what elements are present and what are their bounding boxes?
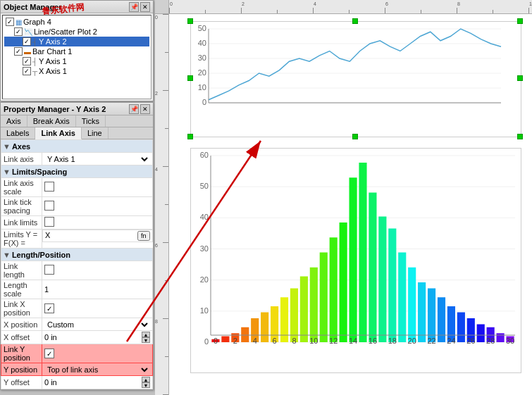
prop-panel-controls: 📌 ✕: [129, 104, 150, 114]
prop-pin-icon[interactable]: 📌: [129, 104, 139, 114]
link-tick-spacing-checkbox[interactable]: [44, 201, 54, 211]
handle-bl[interactable]: [187, 134, 193, 139]
prop-value[interactable]: [42, 216, 153, 230]
tree-checkbox-yaxis1[interactable]: [23, 57, 31, 65]
tree-item-graph4[interactable]: ▦ Graph 4: [4, 17, 149, 27]
prop-row-limits-fn: Limits Y = F(X) = X fn: [1, 230, 153, 249]
prop-value[interactable]: ▲▼: [42, 331, 153, 344]
svg-text:40: 40: [198, 39, 206, 47]
tab-line[interactable]: Line: [82, 127, 109, 139]
tab-labels[interactable]: Labels: [1, 127, 35, 139]
chart-content: 01020304050 0102030405060024681012141618…: [169, 14, 532, 395]
x-position-dropdown[interactable]: Custom: [44, 320, 150, 330]
handle-bc[interactable]: [352, 134, 358, 139]
prop-row-link-tick-spacing: Link tick spacing: [1, 197, 153, 216]
y-offset-down[interactable]: ▼: [142, 382, 150, 388]
prop-value[interactable]: [42, 280, 153, 299]
svg-text:28: 28: [486, 337, 495, 345]
tree-checkbox-barchart1[interactable]: [14, 47, 23, 56]
svg-text:40: 40: [200, 213, 209, 221]
prop-tabs-row1: Axis Break Axis Ticks: [1, 115, 153, 127]
length-position-icon: ▼: [3, 251, 11, 259]
handle-ml[interactable]: [187, 75, 193, 81]
svg-rect-38: [310, 268, 318, 342]
svg-text:6: 6: [273, 337, 277, 345]
tree-checkbox-yaxis2[interactable]: [23, 37, 31, 46]
prop-row-x-position: X position Custom: [1, 318, 153, 331]
tree-checkbox-graph4[interactable]: [6, 18, 14, 26]
tab-ticks[interactable]: Ticks: [76, 115, 106, 127]
svg-rect-50: [428, 289, 435, 343]
prop-value[interactable]: [42, 299, 153, 318]
svg-rect-47: [398, 253, 406, 343]
link-y-position-checkbox[interactable]: [44, 349, 54, 358]
tab-break-axis[interactable]: Break Axis: [27, 115, 76, 127]
length-scale-input[interactable]: [44, 285, 150, 294]
prop-value[interactable]: [42, 261, 153, 280]
property-manager-titlebar: Property Manager - Y Axis 2 📌 ✕: [1, 103, 153, 115]
svg-text:50: 50: [198, 24, 206, 32]
close-icon[interactable]: ✕: [140, 2, 150, 12]
svg-text:10: 10: [309, 337, 318, 345]
x-offset-up[interactable]: ▲: [142, 332, 150, 337]
tree-item-yaxis2[interactable]: ┤ Y Axis 2: [4, 37, 149, 46]
handle-tl[interactable]: [187, 18, 193, 24]
handle-tr[interactable]: [517, 18, 523, 24]
tab-axis[interactable]: Axis: [1, 115, 27, 127]
prop-row-link-x-position: Link X position: [1, 299, 153, 318]
y-offset-input[interactable]: [44, 378, 142, 387]
handle-br[interactable]: [517, 134, 523, 139]
prop-value[interactable]: [42, 197, 153, 216]
prop-value[interactable]: ▲▼: [42, 376, 153, 389]
tree-label-yaxis1: Y Axis 1: [39, 57, 67, 65]
tree-checkbox-linescatter[interactable]: [14, 27, 23, 36]
prop-row-link-y-position: Link Y position: [1, 344, 153, 363]
tree-item-xaxis1[interactable]: ┬ X Axis 1: [4, 66, 149, 76]
panel-controls: 📌 ✕: [129, 2, 150, 12]
prop-tabs-row2: Labels Link Axis Line: [1, 127, 153, 139]
prop-row-link-limits: Link limits: [1, 216, 153, 230]
svg-text:2: 2: [233, 337, 237, 345]
svg-rect-39: [320, 253, 328, 343]
svg-rect-37: [300, 277, 308, 343]
svg-text:12: 12: [329, 337, 338, 345]
prop-value-y-pos[interactable]: Top of link axis: [42, 363, 153, 376]
prop-value[interactable]: [42, 178, 153, 197]
prop-value-link-y[interactable]: [42, 344, 153, 363]
prop-value[interactable]: Y Axis 1: [42, 153, 153, 165]
tree-item-barchart1[interactable]: ▬ Bar Chart 1: [4, 46, 149, 56]
prop-row-link-length: Link length: [1, 261, 153, 280]
object-tree[interactable]: ▦ Graph 4 📉 Line/Scatter Plot 2 ┤ Y Axis…: [2, 15, 151, 99]
svg-rect-29: [221, 337, 229, 343]
tree-item-yaxis1[interactable]: ┤ Y Axis 1: [4, 56, 149, 66]
prop-value[interactable]: Custom: [42, 318, 153, 331]
handle-mr[interactable]: [517, 75, 523, 81]
tree-item-linescatter[interactable]: 📉 Line/Scatter Plot 2: [4, 27, 149, 37]
handle-tc[interactable]: [352, 18, 358, 24]
svg-rect-40: [330, 237, 338, 342]
x-offset-input[interactable]: [44, 333, 142, 341]
link-axis-dropdown[interactable]: Y Axis 1: [44, 154, 150, 164]
pin-icon[interactable]: 📌: [129, 2, 139, 12]
svg-text:22: 22: [427, 337, 435, 345]
y-offset-up[interactable]: ▲: [142, 377, 150, 382]
prop-label: Length scale: [1, 280, 42, 299]
fn-button[interactable]: fn: [137, 231, 150, 241]
tab-link-axis[interactable]: Link Axis: [35, 127, 82, 139]
x-offset-down[interactable]: ▼: [142, 337, 150, 343]
prop-close-icon[interactable]: ✕: [140, 104, 150, 114]
svg-text:0: 0: [214, 337, 218, 345]
tree-checkbox-xaxis1[interactable]: [23, 67, 31, 75]
link-limits-checkbox[interactable]: [44, 217, 54, 227]
y-position-dropdown[interactable]: Top of link axis: [44, 365, 150, 375]
limits-spacing-icon: ▼: [3, 168, 11, 176]
link-x-position-checkbox[interactable]: [44, 303, 54, 313]
prop-value-fn[interactable]: X fn: [42, 230, 153, 242]
svg-text:30: 30: [198, 54, 206, 62]
link-length-checkbox[interactable]: [44, 265, 54, 275]
link-axis-scale-checkbox[interactable]: [44, 182, 54, 192]
prop-row-length-scale: Length scale: [1, 280, 153, 299]
section-axes: ▼Axes: [1, 140, 153, 153]
prop-row-y-position: Y position Top of link axis: [1, 363, 153, 376]
svg-text:0: 0: [204, 337, 209, 346]
